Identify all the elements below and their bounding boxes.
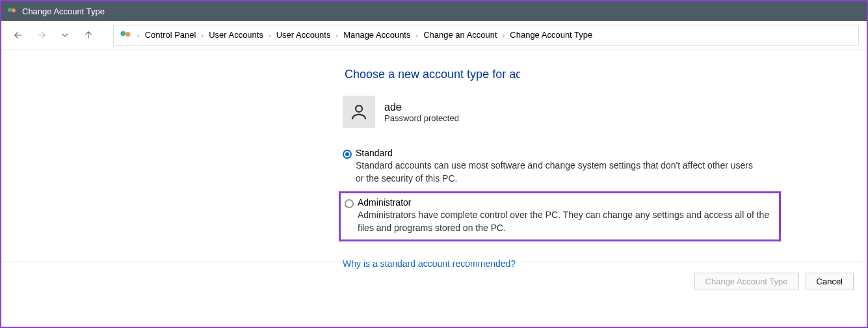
breadcrumb-item[interactable]: User Accounts	[205, 30, 267, 40]
up-button[interactable]	[79, 26, 98, 44]
svg-point-2	[121, 31, 126, 36]
users-icon	[119, 29, 132, 42]
option-desc: Administrators have complete control ove…	[358, 209, 775, 234]
chevron-right-icon: ›	[501, 31, 506, 39]
svg-point-0	[8, 8, 12, 12]
person-icon	[343, 96, 375, 128]
footer: Change Account Type Cancel	[1, 262, 867, 290]
radio-administrator[interactable]	[345, 199, 354, 208]
breadcrumb-item[interactable]: User Accounts	[272, 30, 335, 40]
history-dropdown[interactable]	[56, 26, 74, 44]
account-info: ade Password protected	[343, 96, 867, 128]
chevron-right-icon: ›	[136, 31, 141, 39]
app-icon	[7, 6, 17, 16]
svg-point-3	[125, 32, 131, 37]
breadcrumb-item[interactable]: Change Account Type	[506, 30, 596, 40]
radio-standard[interactable]	[343, 150, 352, 159]
change-account-type-button[interactable]: Change Account Type	[694, 273, 799, 290]
chevron-right-icon: ›	[200, 31, 205, 39]
page-heading: Choose a new account type for ade	[345, 68, 520, 81]
breadcrumb-item[interactable]: Control Panel	[141, 30, 200, 40]
svg-point-4	[356, 105, 362, 112]
option-title: Standard	[356, 148, 759, 158]
breadcrumb[interactable]: › Control Panel › User Accounts › User A…	[113, 25, 859, 46]
back-button[interactable]	[9, 26, 27, 44]
breadcrumb-item[interactable]: Change an Account	[419, 30, 501, 40]
breadcrumb-item[interactable]: Manage Accounts	[339, 30, 414, 40]
option-desc: Standard accounts can use most software …	[356, 159, 759, 185]
chevron-right-icon: ›	[414, 31, 419, 39]
navbar: › Control Panel › User Accounts › User A…	[1, 21, 867, 49]
titlebar: Change Account Type	[1, 1, 867, 21]
window-title: Change Account Type	[22, 7, 105, 16]
chevron-right-icon: ›	[267, 31, 272, 39]
cancel-button[interactable]: Cancel	[806, 273, 854, 290]
chevron-right-icon: ›	[334, 31, 339, 39]
account-name: ade	[384, 102, 459, 113]
account-status: Password protected	[384, 113, 459, 123]
radio-option-standard[interactable]: Standard Standard accounts can use most …	[343, 148, 759, 185]
radio-option-administrator[interactable]: Administrator Administrators have comple…	[339, 191, 781, 241]
forward-button[interactable]	[33, 26, 51, 44]
svg-point-1	[12, 8, 16, 12]
content-area: Choose a new account type for ade ade Pa…	[1, 49, 867, 269]
option-title: Administrator	[358, 197, 775, 208]
